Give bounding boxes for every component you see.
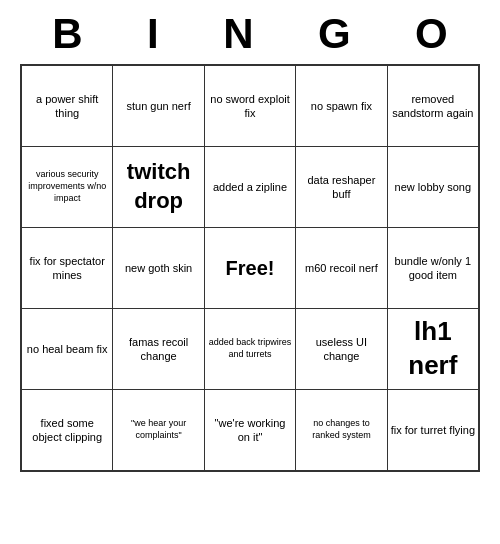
bingo-row: no heal beam fixfamas recoil changeadded… bbox=[22, 309, 478, 390]
bingo-row: fix for spectator minesnew goth skinFree… bbox=[22, 228, 478, 309]
bingo-cell: "we hear your complaints" bbox=[113, 390, 204, 470]
bingo-cell: fix for spectator mines bbox=[22, 228, 113, 308]
title-letter: N bbox=[223, 10, 253, 58]
bingo-cell: "we're working on it" bbox=[205, 390, 296, 470]
bingo-cell: lh1 nerf bbox=[388, 309, 478, 389]
bingo-cell: various security improvements w/no impac… bbox=[22, 147, 113, 227]
bingo-cell: no spawn fix bbox=[296, 66, 387, 146]
bingo-cell: data reshaper buff bbox=[296, 147, 387, 227]
title-letter: O bbox=[415, 10, 448, 58]
title-letter: G bbox=[318, 10, 351, 58]
bingo-cell: no heal beam fix bbox=[22, 309, 113, 389]
bingo-cell: bundle w/only 1 good item bbox=[388, 228, 478, 308]
bingo-cell: no sword exploit fix bbox=[205, 66, 296, 146]
bingo-grid: a power shift thingstun gun nerfno sword… bbox=[20, 64, 480, 472]
title-letter: I bbox=[147, 10, 159, 58]
bingo-row: fixed some object clipping"we hear your … bbox=[22, 390, 478, 470]
bingo-cell: fixed some object clipping bbox=[22, 390, 113, 470]
bingo-cell: a power shift thing bbox=[22, 66, 113, 146]
bingo-title: BINGO bbox=[20, 0, 480, 64]
bingo-cell: m60 recoil nerf bbox=[296, 228, 387, 308]
bingo-cell: twitch drop bbox=[113, 147, 204, 227]
bingo-cell: removed sandstorm again bbox=[388, 66, 478, 146]
bingo-cell: useless UI change bbox=[296, 309, 387, 389]
bingo-cell: added a zipline bbox=[205, 147, 296, 227]
title-letter: B bbox=[52, 10, 82, 58]
bingo-cell: no changes to ranked system bbox=[296, 390, 387, 470]
bingo-cell: famas recoil change bbox=[113, 309, 204, 389]
bingo-cell: new lobby song bbox=[388, 147, 478, 227]
bingo-row: a power shift thingstun gun nerfno sword… bbox=[22, 66, 478, 147]
bingo-cell: Free! bbox=[205, 228, 296, 308]
bingo-row: various security improvements w/no impac… bbox=[22, 147, 478, 228]
bingo-cell: fix for turret flying bbox=[388, 390, 478, 470]
bingo-cell: stun gun nerf bbox=[113, 66, 204, 146]
bingo-cell: added back tripwires and turrets bbox=[205, 309, 296, 389]
bingo-cell: new goth skin bbox=[113, 228, 204, 308]
